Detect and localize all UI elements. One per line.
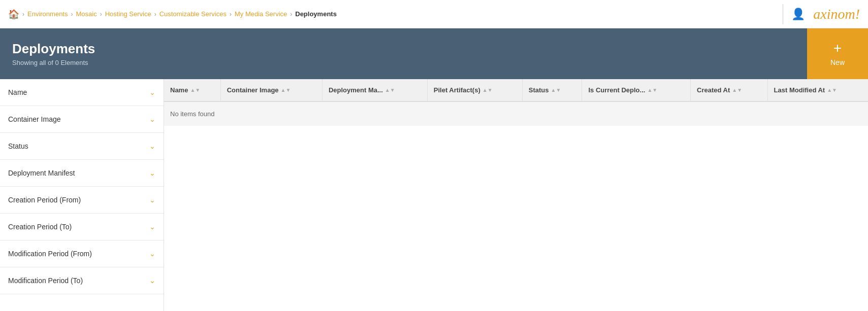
- filter-name[interactable]: Name ⌄: [0, 79, 164, 106]
- sort-icon: ▲▼: [385, 88, 395, 92]
- col-created-at[interactable]: Created At ▲▼: [691, 79, 768, 101]
- col-deployment-manifest[interactable]: Deployment Ma... ▲▼: [322, 79, 427, 101]
- filter-modification-period-from-label: Modification Period (From): [8, 250, 92, 258]
- filter-container-image[interactable]: Container Image ⌄: [0, 106, 164, 133]
- top-nav: 🏠 › Environments › Mosaic › Hosting Serv…: [0, 0, 868, 28]
- user-icon[interactable]: 👤: [791, 8, 805, 21]
- home-icon[interactable]: 🏠: [8, 9, 19, 20]
- breadcrumb-my-media-service[interactable]: My Media Service: [235, 10, 287, 18]
- filter-status-label: Status: [8, 142, 28, 150]
- chevron-down-icon: ⌄: [149, 250, 155, 258]
- filter-deployment-manifest[interactable]: Deployment Manifest ⌄: [0, 160, 164, 187]
- col-name[interactable]: Name ▲▼: [164, 79, 220, 101]
- sort-icon: ▲▼: [732, 88, 742, 92]
- chevron-down-icon: ⌄: [149, 196, 155, 204]
- logo: axinom!: [813, 6, 860, 22]
- filter-modification-period-to-label: Modification Period (To): [8, 277, 83, 285]
- sidebar-filters: Name ⌄ Container Image ⌄ Status ⌄ Deploy…: [0, 79, 164, 311]
- page-title: Deployments: [12, 41, 95, 57]
- sort-icon: ▲▼: [281, 88, 291, 92]
- sort-icon: ▲▼: [647, 88, 657, 92]
- sort-icon: ▲▼: [483, 88, 493, 92]
- col-status[interactable]: Status ▲▼: [522, 79, 582, 101]
- breadcrumb-deployments: Deployments: [295, 10, 337, 18]
- main-content: Name ⌄ Container Image ⌄ Status ⌄ Deploy…: [0, 79, 868, 311]
- nav-divider: [783, 4, 783, 24]
- chevron-down-icon: ⌄: [149, 88, 155, 96]
- breadcrumb: 🏠 › Environments › Mosaic › Hosting Serv…: [8, 9, 337, 20]
- breadcrumb-environments[interactable]: Environments: [27, 10, 68, 18]
- sort-icon: ▲▼: [551, 88, 561, 92]
- col-is-current-deployment[interactable]: Is Current Deplo... ▲▼: [582, 79, 691, 101]
- chevron-down-icon: ⌄: [149, 223, 155, 231]
- chevron-down-icon: ⌄: [149, 277, 155, 285]
- sort-icon: ▲▼: [190, 88, 200, 92]
- breadcrumb-mosaic[interactable]: Mosaic: [76, 10, 97, 18]
- new-button-label: New: [830, 58, 845, 66]
- page-header-left: Deployments Showing all of 0 Elements: [12, 41, 95, 66]
- filter-creation-period-from[interactable]: Creation Period (From) ⌄: [0, 187, 164, 214]
- filter-modification-period-to[interactable]: Modification Period (To) ⌄: [0, 267, 164, 294]
- breadcrumb-customizable-services[interactable]: Customizable Services: [159, 10, 227, 18]
- col-pilet-artifacts[interactable]: Pilet Artifact(s) ▲▼: [427, 79, 522, 101]
- page-subtitle: Showing all of 0 Elements: [12, 59, 95, 66]
- sort-icon: ▲▼: [827, 88, 837, 92]
- filter-name-label: Name: [8, 88, 27, 96]
- col-container-image[interactable]: Container Image ▲▼: [220, 79, 322, 101]
- filter-container-image-label: Container Image: [8, 115, 61, 123]
- deployments-table: Name ▲▼ Container Image ▲▼ Deployment Ma…: [164, 79, 868, 126]
- filter-modification-period-from[interactable]: Modification Period (From) ⌄: [0, 240, 164, 267]
- filter-creation-period-from-label: Creation Period (From): [8, 196, 81, 204]
- empty-message: No items found: [164, 101, 868, 126]
- chevron-down-icon: ⌄: [149, 169, 155, 177]
- col-last-modified-at[interactable]: Last Modified At ▲▼: [767, 79, 868, 101]
- nav-right: 👤 axinom!: [783, 4, 860, 24]
- table-area: Name ▲▼ Container Image ▲▼ Deployment Ma…: [164, 79, 868, 311]
- filter-creation-period-to[interactable]: Creation Period (To) ⌄: [0, 214, 164, 240]
- chevron-down-icon: ⌄: [149, 115, 155, 123]
- plus-icon: +: [833, 41, 842, 55]
- table-empty-row: No items found: [164, 101, 868, 126]
- breadcrumb-hosting-service[interactable]: Hosting Service: [105, 10, 151, 18]
- new-button[interactable]: + New: [807, 28, 868, 79]
- page-header: Deployments Showing all of 0 Elements + …: [0, 28, 868, 79]
- chevron-down-icon: ⌄: [149, 142, 155, 150]
- filter-status[interactable]: Status ⌄: [0, 133, 164, 160]
- filter-deployment-manifest-label: Deployment Manifest: [8, 169, 75, 177]
- filter-creation-period-to-label: Creation Period (To): [8, 223, 72, 231]
